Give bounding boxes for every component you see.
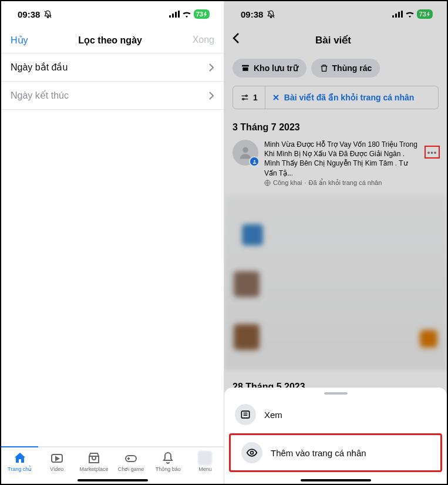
more-options-button[interactable]: ••• [425, 146, 440, 159]
tab-gaming[interactable]: Chơi game [113, 447, 150, 476]
tab-label: Marketplace [79, 466, 108, 472]
status-time: 09:38 [18, 9, 52, 19]
chevron-right-icon [208, 63, 214, 72]
tab-label: Thông báo [156, 466, 181, 472]
sheet-item-label: Xem [264, 410, 282, 420]
home-icon [13, 451, 27, 465]
tab-bar: Trang chủ Video Marketplace Chơi game Th… [1, 446, 224, 484]
end-date-label: Ngày kết thúc [11, 90, 69, 101]
bell-slash-icon [43, 10, 52, 19]
time-text: 09:38 [18, 9, 40, 19]
sheet-item-label: Thêm vào trang cá nhân [271, 448, 366, 458]
tab-video[interactable]: Video [38, 447, 75, 476]
bottom-sheet: Xem Thêm vào trang cá nhân [224, 388, 447, 484]
home-indicator [78, 479, 148, 481]
gaming-icon [124, 451, 138, 465]
nav-header: Hủy Lọc theo ngày Xong [1, 27, 224, 53]
bell-icon [161, 451, 175, 465]
start-date-label: Ngày bắt đầu [11, 62, 68, 73]
svg-rect-1 [172, 14, 174, 18]
tab-menu[interactable]: Menu [187, 447, 224, 476]
tab-notifications[interactable]: Thông báo [150, 447, 187, 476]
start-date-row[interactable]: Ngày bắt đầu [1, 53, 224, 82]
home-indicator [301, 479, 371, 481]
menu-icon [198, 451, 212, 465]
view-icon [235, 404, 256, 425]
battery-badge: 73 [194, 9, 210, 19]
tab-marketplace[interactable]: Marketplace [75, 447, 112, 476]
svg-rect-3 [178, 11, 180, 18]
status-bar: 09:38 73 [1, 1, 224, 27]
svg-rect-2 [175, 12, 177, 18]
svg-rect-0 [169, 15, 171, 18]
tab-label: Video [50, 466, 63, 472]
end-date-row[interactable]: Ngày kết thúc [1, 82, 224, 110]
tab-label: Trang chủ [8, 466, 32, 472]
done-button[interactable]: Xong [193, 35, 214, 45]
sheet-add-to-profile-button[interactable]: Thêm vào trang cá nhân [229, 433, 442, 472]
status-icons: 73 [169, 9, 210, 19]
chevron-right-icon [208, 91, 214, 100]
video-icon [50, 451, 64, 465]
cellular-icon [169, 11, 180, 18]
sheet-view-button[interactable]: Xem [224, 397, 447, 432]
svg-rect-5 [126, 456, 136, 462]
eye-icon [241, 442, 262, 463]
wifi-icon [182, 11, 191, 18]
sheet-handle[interactable] [324, 392, 348, 395]
date-filter-list: Ngày bắt đầu Ngày kết thúc [1, 53, 224, 110]
tab-label: Menu [198, 466, 212, 472]
marketplace-icon [87, 451, 101, 465]
tab-home[interactable]: Trang chủ [1, 447, 38, 476]
cancel-button[interactable]: Hủy [11, 35, 28, 46]
tab-label: Chơi game [118, 466, 144, 472]
svg-point-17 [251, 452, 254, 454]
page-title: Lọc theo ngày [78, 35, 142, 46]
